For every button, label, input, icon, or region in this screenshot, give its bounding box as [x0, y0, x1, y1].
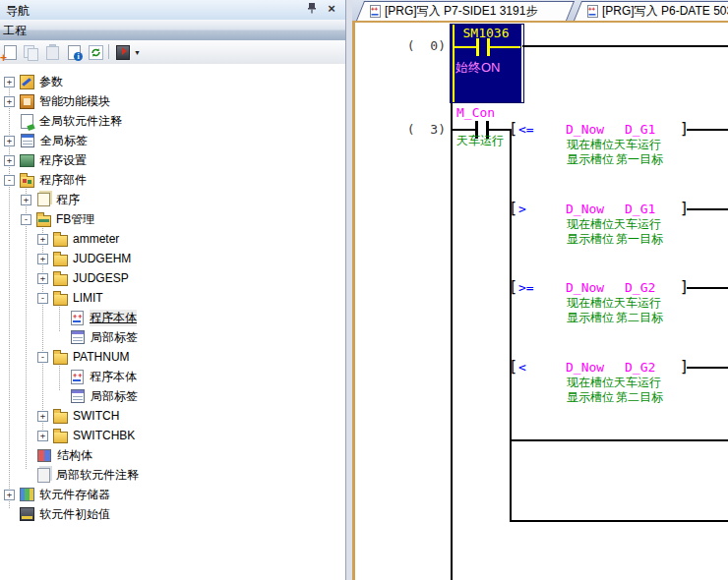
tree-item-pou[interactable]: -程序部件: [0, 170, 345, 190]
tree-item-device-memory[interactable]: +软元件存储器: [0, 485, 345, 504]
expand-toggle[interactable]: +: [4, 77, 15, 87]
open-bracket: [: [509, 200, 517, 217]
compare-branch[interactable]: [ < D_Now D_G2 ] 现在槽位 天车运行 显示槽位 第二目标: [355, 358, 728, 417]
compare-branch[interactable]: [ > D_Now D_G1 ] 现在槽位 天车运行 显示槽位 第一目标: [355, 200, 728, 259]
paste-button[interactable]: [43, 43, 61, 61]
svg-text:++: ++: [371, 5, 379, 12]
tab-label: [PRG]写入 P6-DATE 503步: [602, 3, 728, 20]
fb-manage-icon: [36, 215, 51, 227]
expand-toggle[interactable]: -: [4, 175, 15, 186]
rail-segment: [453, 25, 455, 102]
selected-cell[interactable]: SM1036 始终ON: [450, 24, 524, 103]
display-mode-dropdown-button[interactable]: ▼: [114, 43, 132, 61]
tree-item-judgesp[interactable]: +JUDGESP: [0, 268, 345, 288]
tree-item-fb-manage[interactable]: -FB管理: [0, 209, 345, 229]
tree-item-limit-local-label[interactable]: 局部标签: [0, 327, 345, 347]
expand-toggle[interactable]: +: [4, 490, 15, 500]
pin-icon[interactable]: [304, 2, 320, 17]
local-label-icon: [71, 330, 85, 344]
intelligent-module-icon: [20, 94, 34, 109]
rung-line: [522, 45, 728, 47]
pou-icon: [20, 176, 34, 188]
tree-item-switch[interactable]: +SWITCH: [0, 406, 345, 426]
local-device-comment-icon: [37, 468, 50, 483]
compare-branch[interactable]: [ >= D_Now D_G2 ] 现在槽位 天车运行 显示槽位 第二目标: [355, 278, 728, 337]
expand-toggle[interactable]: +: [37, 254, 48, 264]
rung-line: [687, 208, 728, 210]
tree-item-pathnum-local-label[interactable]: 局部标签: [0, 386, 345, 406]
expand-toggle[interactable]: +: [37, 431, 48, 441]
tree-item-judgehm[interactable]: +JUDGEHM: [0, 249, 345, 268]
fb-folder-icon: [53, 235, 68, 247]
tree-item-parameter[interactable]: +参数: [0, 72, 345, 91]
tab-prg-p7-side1[interactable]: ++ [PRG]写入 P7-SIDE1 3191步: [356, 1, 567, 21]
tree-item-ammeter[interactable]: +ammeter: [0, 229, 345, 249]
expand-toggle[interactable]: +: [37, 234, 48, 245]
tree-item-global-label[interactable]: +全局标签: [0, 131, 345, 150]
expand-toggle[interactable]: +: [4, 136, 15, 146]
tree-item-intelligent-module[interactable]: +智能功能模块: [0, 91, 345, 111]
expand-toggle[interactable]: +: [21, 195, 31, 205]
operand-left: D_Now: [566, 360, 604, 375]
tab-prg-p6-date[interactable]: ++ [PRG]写入 P6-DATE 503步: [574, 1, 728, 21]
ladder-editor: ++ [PRG]写入 P7-SIDE1 3191步 ++ [PRG]写入 P6-…: [352, 0, 728, 580]
tree-item-device-initial-value[interactable]: 软元件初始值: [0, 504, 345, 524]
expand-toggle[interactable]: -: [37, 352, 48, 363]
expand-toggle[interactable]: +: [37, 411, 48, 422]
tree-item-program-setting[interactable]: +程序设置: [0, 150, 345, 170]
tree-item-pathnum[interactable]: -PATHNUM: [0, 347, 345, 367]
global-device-comment-icon: [21, 114, 33, 129]
project-header-label: 工程: [3, 23, 27, 39]
open-bracket: [: [509, 278, 517, 296]
operand-left: D_Now: [566, 202, 604, 216]
expand-toggle[interactable]: -: [37, 293, 48, 304]
navigation-panel: 导航 × 工程 + i ▼ +参数 +智能功能模块 全局软元件注: [0, 0, 345, 580]
tree-item-switchbk[interactable]: +SWITCHBK: [0, 426, 345, 445]
fb-folder-icon: [53, 412, 68, 424]
step-number-0: ( 0): [383, 38, 446, 53]
compare-operator: >=: [518, 280, 534, 295]
navigation-title-bar: 导航 ×: [0, 0, 345, 21]
compare-branch[interactable]: [ <= D_Now D_G1 ] 现在槽位 天车运行 显示槽位 第一目标: [355, 120, 728, 179]
operand-comment: 第二目标: [616, 310, 663, 326]
tree-item-limit[interactable]: -LIMIT: [0, 288, 345, 308]
contact-device-comment: 始终ON: [455, 59, 501, 77]
ladder-body-icon: [71, 311, 84, 325]
operand-left: D_Now: [566, 280, 604, 295]
operand-comment: 第二目标: [616, 389, 663, 406]
open-bracket: [: [509, 120, 517, 138]
tree-item-local-device-comment[interactable]: 局部软元件注释: [0, 465, 345, 485]
tree-item-pathnum-program-body[interactable]: 程序本体: [0, 367, 345, 386]
paste-icon: [46, 46, 59, 60]
operand-left: D_Now: [566, 122, 604, 137]
new-data-button[interactable]: +: [1, 43, 19, 61]
tree-item-limit-program-body[interactable]: 程序本体: [0, 308, 345, 327]
fb-folder-icon: [53, 255, 68, 266]
property-button[interactable]: i: [65, 43, 83, 61]
ladder-canvas[interactable]: ( 0) SM1036 始终ON ( 3) M_Con 天车运行 [ <= D_…: [355, 23, 728, 580]
operand-comment: 显示槽位: [567, 310, 614, 326]
compare-operator: >: [518, 202, 526, 216]
device-initial-icon: [20, 507, 34, 521]
svg-text:++: ++: [588, 5, 596, 12]
copy-button[interactable]: [22, 43, 39, 61]
operand-right: D_G2: [625, 280, 655, 295]
expand-toggle[interactable]: -: [21, 214, 31, 225]
toolbar-separator: [108, 44, 109, 59]
close-icon[interactable]: ×: [324, 2, 339, 17]
expand-toggle[interactable]: +: [4, 155, 15, 166]
update-button[interactable]: [87, 43, 104, 61]
rung-line: [687, 287, 728, 289]
tree-item-program[interactable]: +程序: [0, 190, 345, 209]
expand-toggle[interactable]: +: [4, 96, 15, 107]
device-memory-icon: [20, 488, 34, 501]
compare-operator: <=: [518, 122, 534, 137]
project-tree: +参数 +智能功能模块 全局软元件注释 +全局标签 +程序设置 -程序部件 +程…: [0, 64, 345, 580]
tree-item-global-device-comment[interactable]: 全局软元件注释: [0, 111, 345, 131]
operand-right: D_G1: [625, 202, 655, 216]
project-toolbar: + i ▼: [0, 40, 345, 65]
fb-folder-icon: [53, 274, 68, 286]
global-label-icon: [21, 134, 34, 147]
tree-item-structure[interactable]: 结构体: [0, 445, 345, 465]
expand-toggle[interactable]: +: [37, 273, 48, 284]
